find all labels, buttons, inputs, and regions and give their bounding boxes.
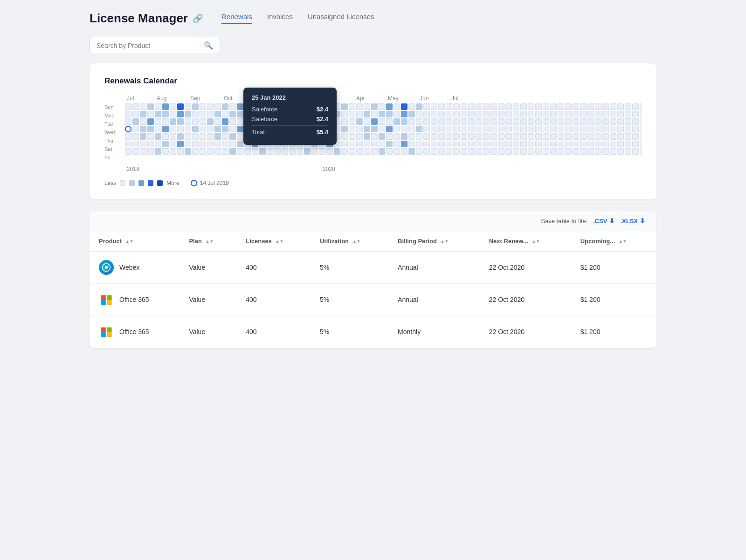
calendar-cell[interactable]: [580, 126, 587, 132]
calendar-cell[interactable]: [610, 141, 616, 147]
col-licenses[interactable]: Licenses ▲▼: [236, 231, 311, 252]
calendar-cell[interactable]: [632, 148, 639, 155]
calendar-cell[interactable]: [453, 111, 460, 117]
calendar-cell[interactable]: [214, 111, 221, 117]
calendar-cell[interactable]: [431, 118, 437, 125]
calendar-cell[interactable]: [565, 126, 572, 132]
calendar-cell[interactable]: [520, 118, 527, 125]
calendar-cell[interactable]: [356, 141, 363, 147]
calendar-cell[interactable]: [543, 126, 549, 132]
calendar-cell[interactable]: [214, 103, 221, 110]
calendar-week[interactable]: [610, 103, 616, 155]
calendar-week[interactable]: [408, 103, 415, 155]
calendar-cell[interactable]: [416, 126, 422, 132]
calendar-cell[interactable]: [140, 133, 146, 140]
calendar-cell[interactable]: [573, 118, 579, 125]
calendar-cell[interactable]: [162, 141, 169, 147]
calendar-cell[interactable]: [617, 118, 624, 125]
calendar-cell[interactable]: [237, 141, 243, 147]
calendar-cell[interactable]: [394, 103, 400, 110]
col-upcoming[interactable]: Upcoming... ▲▼: [571, 231, 656, 252]
calendar-cell[interactable]: [550, 126, 557, 132]
calendar-cell[interactable]: [349, 118, 355, 125]
calendar-cell[interactable]: [640, 126, 642, 132]
calendar-cell[interactable]: [580, 133, 587, 140]
calendar-cell[interactable]: [617, 141, 624, 147]
calendar-cell[interactable]: [476, 103, 482, 110]
calendar-cell[interactable]: [461, 111, 467, 117]
calendar-cell[interactable]: [483, 148, 490, 155]
calendar-cell[interactable]: [132, 141, 139, 147]
calendar-cell[interactable]: [229, 103, 236, 110]
calendar-week[interactable]: [155, 103, 161, 155]
calendar-cell[interactable]: [468, 111, 475, 117]
calendar-cell[interactable]: [185, 126, 191, 132]
calendar-cell[interactable]: [200, 126, 206, 132]
calendar-cell[interactable]: [416, 111, 422, 117]
calendar-week[interactable]: [207, 103, 214, 155]
table-row[interactable]: WebexValue4005%Annual22 Oct 2020$1 200: [90, 252, 656, 284]
calendar-cell[interactable]: [431, 133, 437, 140]
calendar-cell[interactable]: [177, 103, 184, 110]
calendar-week[interactable]: [222, 103, 228, 155]
calendar-cell[interactable]: [371, 126, 378, 132]
calendar-cells[interactable]: [125, 103, 642, 155]
calendar-cell[interactable]: [192, 126, 199, 132]
calendar-cell[interactable]: [550, 111, 557, 117]
calendar-cell[interactable]: [364, 133, 370, 140]
calendar-cell[interactable]: [259, 148, 266, 155]
calendar-cell[interactable]: [446, 126, 452, 132]
calendar-cell[interactable]: [505, 118, 512, 125]
calendar-week[interactable]: [394, 103, 400, 155]
calendar-cell[interactable]: [140, 118, 146, 125]
calendar-cell[interactable]: [170, 118, 176, 125]
calendar-cell[interactable]: [580, 118, 587, 125]
calendar-cell[interactable]: [446, 111, 452, 117]
calendar-cell[interactable]: [125, 111, 131, 117]
calendar-cell[interactable]: [229, 111, 236, 117]
calendar-cell[interactable]: [543, 118, 549, 125]
calendar-cell[interactable]: [155, 133, 161, 140]
calendar-cell[interactable]: [364, 141, 370, 147]
calendar-cell[interactable]: [170, 103, 176, 110]
calendar-week[interactable]: [558, 103, 564, 155]
calendar-cell[interactable]: [177, 118, 184, 125]
calendar-cell[interactable]: [132, 103, 139, 110]
calendar-cell[interactable]: [625, 141, 631, 147]
calendar-cell[interactable]: [401, 111, 408, 117]
calendar-week[interactable]: [543, 103, 549, 155]
calendar-cell[interactable]: [155, 126, 161, 132]
calendar-cell[interactable]: [140, 141, 146, 147]
calendar-week[interactable]: [602, 103, 609, 155]
calendar-cell[interactable]: [602, 126, 609, 132]
calendar-week[interactable]: [573, 103, 579, 155]
calendar-cell[interactable]: [476, 118, 482, 125]
calendar-cell[interactable]: [364, 111, 370, 117]
export-csv-link[interactable]: .CSV ⬇: [593, 217, 615, 225]
calendar-week[interactable]: [371, 103, 378, 155]
calendar-cell[interactable]: [490, 141, 497, 147]
calendar-cell[interactable]: [520, 148, 527, 155]
calendar-cell[interactable]: [185, 133, 191, 140]
calendar-cell[interactable]: [513, 103, 519, 110]
calendar-cell[interactable]: [170, 126, 176, 132]
calendar-cell[interactable]: [431, 141, 437, 147]
calendar-cell[interactable]: [132, 148, 139, 155]
calendar-cell[interactable]: [513, 141, 519, 147]
calendar-cell[interactable]: [423, 118, 430, 125]
calendar-cell[interactable]: [222, 133, 228, 140]
calendar-week[interactable]: [162, 103, 169, 155]
calendar-cell[interactable]: [177, 133, 184, 140]
calendar-cell[interactable]: [207, 118, 214, 125]
calendar-cell[interactable]: [401, 118, 408, 125]
calendar-week[interactable]: [483, 103, 490, 155]
calendar-cell[interactable]: [401, 126, 408, 132]
calendar-cell[interactable]: [252, 148, 258, 155]
calendar-cell[interactable]: [595, 133, 601, 140]
col-next-renewal[interactable]: Next Renew... ▲▼: [480, 231, 571, 252]
calendar-cell[interactable]: [408, 111, 415, 117]
calendar-cell[interactable]: [490, 118, 497, 125]
calendar-week[interactable]: [632, 103, 639, 155]
calendar-cell[interactable]: [498, 103, 504, 110]
calendar-cell[interactable]: [565, 103, 572, 110]
